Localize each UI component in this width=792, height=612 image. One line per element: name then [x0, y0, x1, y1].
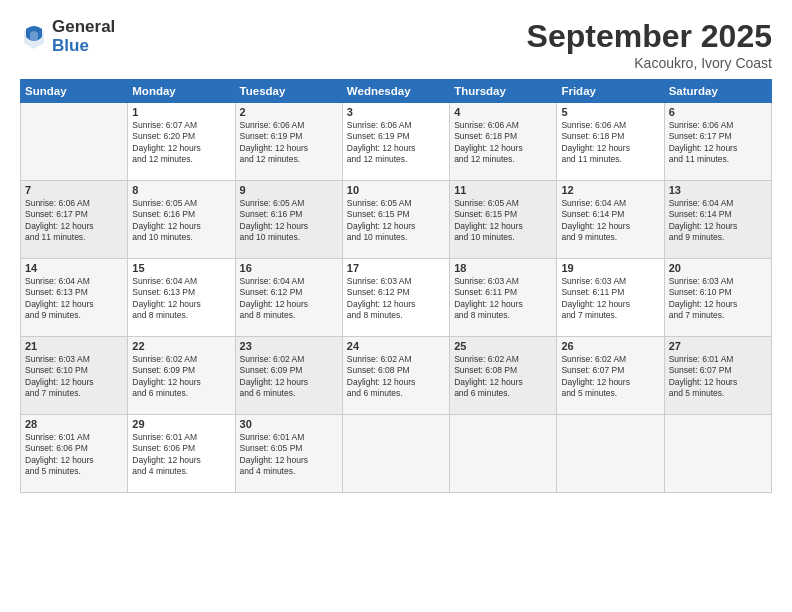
table-row: 3Sunrise: 6:06 AM Sunset: 6:19 PM Daylig… [342, 103, 449, 181]
day-number: 5 [561, 106, 659, 118]
day-number: 16 [240, 262, 338, 274]
table-row: 13Sunrise: 6:04 AM Sunset: 6:14 PM Dayli… [664, 181, 771, 259]
header-wednesday: Wednesday [342, 80, 449, 103]
logo: General Blue [20, 18, 115, 55]
day-info: Sunrise: 6:04 AM Sunset: 6:13 PM Dayligh… [25, 276, 123, 322]
day-info: Sunrise: 6:02 AM Sunset: 6:08 PM Dayligh… [454, 354, 552, 400]
day-info: Sunrise: 6:01 AM Sunset: 6:07 PM Dayligh… [669, 354, 767, 400]
table-row: 18Sunrise: 6:03 AM Sunset: 6:11 PM Dayli… [450, 259, 557, 337]
day-info: Sunrise: 6:07 AM Sunset: 6:20 PM Dayligh… [132, 120, 230, 166]
day-info: Sunrise: 6:06 AM Sunset: 6:19 PM Dayligh… [347, 120, 445, 166]
day-number: 26 [561, 340, 659, 352]
day-number: 23 [240, 340, 338, 352]
day-info: Sunrise: 6:06 AM Sunset: 6:18 PM Dayligh… [454, 120, 552, 166]
day-info: Sunrise: 6:02 AM Sunset: 6:09 PM Dayligh… [240, 354, 338, 400]
header-sunday: Sunday [21, 80, 128, 103]
day-number: 3 [347, 106, 445, 118]
day-info: Sunrise: 6:01 AM Sunset: 6:06 PM Dayligh… [132, 432, 230, 478]
day-number: 20 [669, 262, 767, 274]
day-info: Sunrise: 6:02 AM Sunset: 6:09 PM Dayligh… [132, 354, 230, 400]
table-row: 28Sunrise: 6:01 AM Sunset: 6:06 PM Dayli… [21, 415, 128, 493]
day-info: Sunrise: 6:03 AM Sunset: 6:10 PM Dayligh… [25, 354, 123, 400]
table-row: 22Sunrise: 6:02 AM Sunset: 6:09 PM Dayli… [128, 337, 235, 415]
header-friday: Friday [557, 80, 664, 103]
header-monday: Monday [128, 80, 235, 103]
day-number: 30 [240, 418, 338, 430]
logo-blue: Blue [52, 37, 115, 56]
header-thursday: Thursday [450, 80, 557, 103]
table-row: 2Sunrise: 6:06 AM Sunset: 6:19 PM Daylig… [235, 103, 342, 181]
table-row: 15Sunrise: 6:04 AM Sunset: 6:13 PM Dayli… [128, 259, 235, 337]
table-row: 11Sunrise: 6:05 AM Sunset: 6:15 PM Dayli… [450, 181, 557, 259]
day-info: Sunrise: 6:06 AM Sunset: 6:17 PM Dayligh… [669, 120, 767, 166]
day-info: Sunrise: 6:01 AM Sunset: 6:05 PM Dayligh… [240, 432, 338, 478]
table-row [342, 415, 449, 493]
table-row: 19Sunrise: 6:03 AM Sunset: 6:11 PM Dayli… [557, 259, 664, 337]
table-row: 24Sunrise: 6:02 AM Sunset: 6:08 PM Dayli… [342, 337, 449, 415]
day-info: Sunrise: 6:04 AM Sunset: 6:12 PM Dayligh… [240, 276, 338, 322]
header-tuesday: Tuesday [235, 80, 342, 103]
day-info: Sunrise: 6:04 AM Sunset: 6:13 PM Dayligh… [132, 276, 230, 322]
day-info: Sunrise: 6:04 AM Sunset: 6:14 PM Dayligh… [561, 198, 659, 244]
day-number: 25 [454, 340, 552, 352]
table-row: 10Sunrise: 6:05 AM Sunset: 6:15 PM Dayli… [342, 181, 449, 259]
day-info: Sunrise: 6:04 AM Sunset: 6:14 PM Dayligh… [669, 198, 767, 244]
day-info: Sunrise: 6:03 AM Sunset: 6:11 PM Dayligh… [454, 276, 552, 322]
day-number: 14 [25, 262, 123, 274]
table-row: 21Sunrise: 6:03 AM Sunset: 6:10 PM Dayli… [21, 337, 128, 415]
table-row [450, 415, 557, 493]
day-info: Sunrise: 6:05 AM Sunset: 6:16 PM Dayligh… [240, 198, 338, 244]
table-row: 1Sunrise: 6:07 AM Sunset: 6:20 PM Daylig… [128, 103, 235, 181]
table-row: 20Sunrise: 6:03 AM Sunset: 6:10 PM Dayli… [664, 259, 771, 337]
day-info: Sunrise: 6:05 AM Sunset: 6:15 PM Dayligh… [347, 198, 445, 244]
table-row: 26Sunrise: 6:02 AM Sunset: 6:07 PM Dayli… [557, 337, 664, 415]
day-number: 29 [132, 418, 230, 430]
table-row: 17Sunrise: 6:03 AM Sunset: 6:12 PM Dayli… [342, 259, 449, 337]
calendar-week-row: 7Sunrise: 6:06 AM Sunset: 6:17 PM Daylig… [21, 181, 772, 259]
day-info: Sunrise: 6:02 AM Sunset: 6:07 PM Dayligh… [561, 354, 659, 400]
table-row: 6Sunrise: 6:06 AM Sunset: 6:17 PM Daylig… [664, 103, 771, 181]
day-number: 15 [132, 262, 230, 274]
day-number: 17 [347, 262, 445, 274]
table-row: 7Sunrise: 6:06 AM Sunset: 6:17 PM Daylig… [21, 181, 128, 259]
table-row: 14Sunrise: 6:04 AM Sunset: 6:13 PM Dayli… [21, 259, 128, 337]
table-row: 23Sunrise: 6:02 AM Sunset: 6:09 PM Dayli… [235, 337, 342, 415]
day-info: Sunrise: 6:06 AM Sunset: 6:17 PM Dayligh… [25, 198, 123, 244]
table-row: 9Sunrise: 6:05 AM Sunset: 6:16 PM Daylig… [235, 181, 342, 259]
logo-general: General [52, 18, 115, 37]
logo-text: General Blue [52, 18, 115, 55]
subtitle: Kacoukro, Ivory Coast [527, 55, 772, 71]
day-info: Sunrise: 6:05 AM Sunset: 6:16 PM Dayligh… [132, 198, 230, 244]
table-row [21, 103, 128, 181]
day-number: 4 [454, 106, 552, 118]
title-block: September 2025 Kacoukro, Ivory Coast [527, 18, 772, 71]
day-info: Sunrise: 6:03 AM Sunset: 6:10 PM Dayligh… [669, 276, 767, 322]
table-row: 29Sunrise: 6:01 AM Sunset: 6:06 PM Dayli… [128, 415, 235, 493]
calendar-header-row: Sunday Monday Tuesday Wednesday Thursday… [21, 80, 772, 103]
table-row: 27Sunrise: 6:01 AM Sunset: 6:07 PM Dayli… [664, 337, 771, 415]
day-number: 24 [347, 340, 445, 352]
day-info: Sunrise: 6:02 AM Sunset: 6:08 PM Dayligh… [347, 354, 445, 400]
day-number: 10 [347, 184, 445, 196]
day-number: 27 [669, 340, 767, 352]
day-info: Sunrise: 6:06 AM Sunset: 6:18 PM Dayligh… [561, 120, 659, 166]
calendar: Sunday Monday Tuesday Wednesday Thursday… [20, 79, 772, 493]
calendar-week-row: 21Sunrise: 6:03 AM Sunset: 6:10 PM Dayli… [21, 337, 772, 415]
header: General Blue September 2025 Kacoukro, Iv… [20, 18, 772, 71]
table-row [557, 415, 664, 493]
day-number: 2 [240, 106, 338, 118]
table-row: 12Sunrise: 6:04 AM Sunset: 6:14 PM Dayli… [557, 181, 664, 259]
page: General Blue September 2025 Kacoukro, Iv… [0, 0, 792, 612]
day-info: Sunrise: 6:01 AM Sunset: 6:06 PM Dayligh… [25, 432, 123, 478]
day-info: Sunrise: 6:06 AM Sunset: 6:19 PM Dayligh… [240, 120, 338, 166]
day-info: Sunrise: 6:03 AM Sunset: 6:12 PM Dayligh… [347, 276, 445, 322]
day-number: 18 [454, 262, 552, 274]
day-number: 13 [669, 184, 767, 196]
table-row: 25Sunrise: 6:02 AM Sunset: 6:08 PM Dayli… [450, 337, 557, 415]
table-row: 5Sunrise: 6:06 AM Sunset: 6:18 PM Daylig… [557, 103, 664, 181]
calendar-week-row: 14Sunrise: 6:04 AM Sunset: 6:13 PM Dayli… [21, 259, 772, 337]
day-number: 8 [132, 184, 230, 196]
day-number: 12 [561, 184, 659, 196]
logo-icon [22, 23, 46, 51]
table-row [664, 415, 771, 493]
